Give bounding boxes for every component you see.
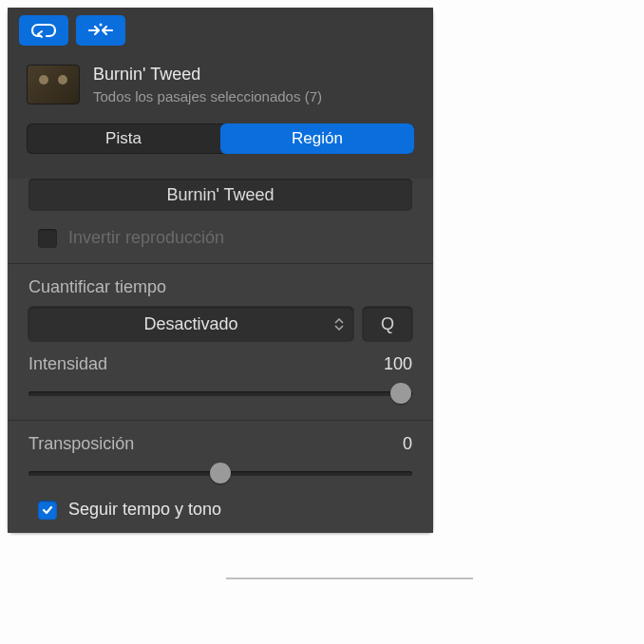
top-toolbar — [8, 8, 433, 53]
reverse-row: Invertir reproducción — [8, 224, 433, 263]
tab-track[interactable]: Pista — [27, 123, 220, 154]
divider — [8, 263, 433, 264]
intensity-handle[interactable] — [390, 383, 411, 404]
region-subtitle: Todos los pasajes seleccionados (7) — [93, 88, 322, 104]
region-name-field[interactable]: Burnin' Tweed — [28, 179, 412, 211]
loop-icon — [29, 23, 58, 38]
callout-line — [226, 578, 473, 579]
transpose-slider[interactable] — [28, 462, 412, 484]
quantize-apply-button[interactable]: Q — [363, 307, 412, 341]
svg-point-0 — [100, 24, 103, 27]
contract-button[interactable] — [76, 15, 125, 46]
reverse-checkbox[interactable] — [38, 229, 57, 248]
divider — [8, 420, 433, 421]
intensity-slider[interactable] — [28, 382, 412, 405]
follow-row: Seguir tempo y tono — [8, 494, 433, 520]
inspector-content: Burnin' Tweed Invertir reproducción Cuan… — [8, 179, 433, 533]
region-thumbnail — [27, 65, 80, 104]
transpose-value: 0 — [403, 434, 412, 454]
intensity-label: Intensidad — [28, 354, 107, 374]
dropdown-arrows-icon — [334, 318, 344, 331]
transpose-label: Transposición — [28, 434, 134, 454]
region-header: Burnin' Tweed Todos los pasajes seleccio… — [8, 53, 433, 112]
intensity-value: 100 — [384, 354, 412, 374]
track-region-tabs[interactable]: Pista Región — [27, 123, 414, 154]
quantize-section: Cuantificar tiempo Desactivado Q Intensi… — [8, 277, 433, 420]
region-title: Burnin' Tweed — [93, 65, 322, 85]
quantize-dropdown[interactable]: Desactivado — [28, 307, 353, 341]
loop-button[interactable] — [19, 15, 68, 46]
inspector-panel: Burnin' Tweed Todos los pasajes seleccio… — [8, 8, 433, 533]
transpose-handle[interactable] — [210, 463, 231, 483]
quantize-label: Cuantificar tiempo — [28, 277, 412, 297]
tab-region[interactable]: Región — [220, 123, 414, 154]
quantize-value: Desactivado — [143, 314, 237, 334]
intensity-row: Intensidad 100 — [28, 354, 412, 405]
check-icon — [41, 503, 54, 517]
follow-label: Seguir tempo y tono — [68, 500, 221, 520]
reverse-label: Invertir reproducción — [68, 228, 224, 248]
transpose-section: Transposición 0 — [8, 434, 433, 494]
contract-icon — [87, 22, 114, 39]
follow-checkbox[interactable] — [38, 501, 57, 520]
